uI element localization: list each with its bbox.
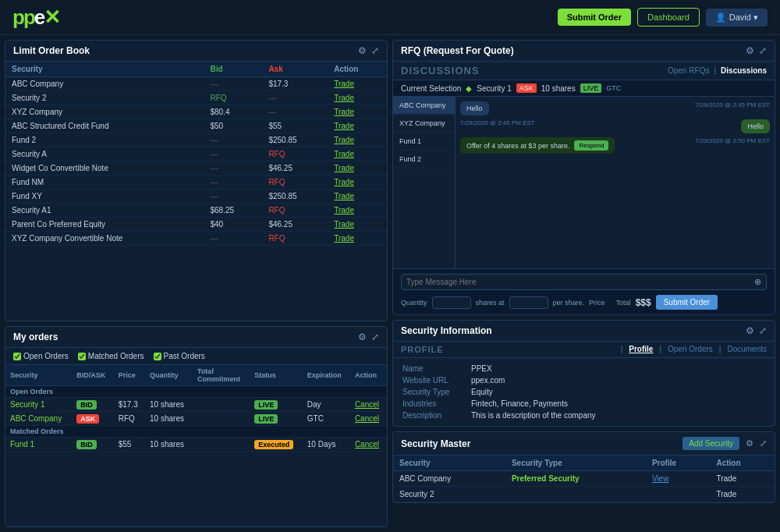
secmaster-settings-icon[interactable]: ⚙	[746, 438, 753, 449]
rfq-settings-icon[interactable]: ⚙	[746, 45, 754, 56]
user-menu-button[interactable]: 👤 David ▾	[706, 9, 768, 27]
orders-expand-icon[interactable]: ⤢	[371, 332, 379, 342]
lob-cell-action[interactable]: Trade	[328, 161, 387, 176]
rfq-contact-abc[interactable]: ABC Company	[393, 97, 455, 115]
rfq-tabs-bar: DISCUSSIONS Open RFQs | Discussions	[393, 62, 775, 80]
rfq-panel: RFQ (Request For Quote) ⚙ ⤢ DISCUSSIONS …	[392, 40, 775, 315]
rfq-quantity-input[interactable]	[432, 296, 471, 309]
orders-settings-icon[interactable]: ⚙	[358, 332, 367, 342]
secmaster-col-security: Security	[393, 456, 505, 471]
lob-cell-security: Security A1	[5, 204, 204, 218]
lob-cell-bid: $50	[204, 119, 262, 133]
cancel-link[interactable]: Cancel	[355, 414, 379, 423]
rfq-contact-xyz[interactable]: XYZ Company	[393, 115, 455, 133]
rfq-contact-fund2[interactable]: Fund 2	[393, 151, 455, 168]
past-orders-checkbox[interactable]	[154, 353, 161, 360]
lob-cell-action[interactable]: Trade	[328, 232, 387, 246]
settings-icon[interactable]: ⚙	[358, 45, 367, 56]
tab-documents[interactable]: Documents	[727, 345, 767, 354]
message-fund1: Offer of 4 shares at $3 per share. Respo…	[460, 137, 770, 154]
secmaster-profile[interactable]: View	[646, 471, 711, 487]
trade-link[interactable]: Trade	[334, 122, 354, 130]
rfq-message-input[interactable]	[406, 278, 751, 286]
bidask-badge: ASK	[76, 414, 99, 424]
order-bidask: ASK	[72, 412, 113, 426]
secmaster-expand-icon[interactable]: ⤢	[760, 438, 767, 449]
lob-cell-ask: —	[262, 91, 328, 105]
matched-cancel-link[interactable]: Cancel	[355, 440, 379, 449]
lob-cell-action[interactable]: Trade	[328, 91, 387, 105]
rfq-price-input[interactable]	[509, 296, 548, 309]
add-security-button[interactable]: Add Security	[682, 437, 739, 450]
order-price: RFQ	[114, 412, 145, 426]
rfq-messages-area: Hello 7/29/2020 @ 2:45 PM EST Hello 7/29…	[456, 97, 775, 268]
lob-cell-security: ABC Structured Credit Fund	[5, 119, 204, 133]
msg-bubble-abc: Hello	[460, 101, 489, 115]
trade-link[interactable]: Trade	[334, 164, 354, 172]
open-orders-section: Open Orders	[5, 386, 387, 398]
order-bidask: BID	[72, 398, 113, 412]
tab-discussions[interactable]: Discussions	[721, 66, 767, 75]
order-action[interactable]: Cancel	[350, 412, 387, 426]
submit-order-button[interactable]: Submit Order	[558, 9, 631, 26]
orders-panel-icons: ⚙ ⤢	[358, 332, 379, 342]
rfq-expand-icon[interactable]: ⤢	[759, 45, 767, 56]
send-icon[interactable]: ⊕	[754, 277, 761, 287]
lob-cell-action[interactable]: Trade	[328, 204, 387, 218]
lob-cell-action[interactable]: Trade	[328, 77, 387, 91]
secmaster-action[interactable]: Trade	[710, 487, 775, 502]
secmaster-trade-link[interactable]: Trade	[716, 474, 736, 483]
rfq-submit-order-button[interactable]: Submit Order	[656, 295, 718, 310]
trade-link[interactable]: Trade	[334, 192, 354, 200]
dashboard-button[interactable]: Dashboard	[637, 8, 700, 27]
trade-link[interactable]: Trade	[334, 178, 354, 186]
expand-icon[interactable]: ⤢	[371, 45, 379, 56]
order-action[interactable]: Cancel	[350, 398, 387, 412]
tab-open-rfqs[interactable]: Open RFQs	[668, 66, 709, 75]
trade-link[interactable]: Trade	[334, 220, 354, 229]
lob-cell-action[interactable]: Trade	[328, 133, 387, 147]
view-profile-link[interactable]: View	[652, 474, 669, 483]
tab-profile[interactable]: Profile	[629, 345, 653, 354]
orders-col-commitment: TotalCommitment	[193, 365, 250, 386]
secinfo-settings-icon[interactable]: ⚙	[746, 325, 754, 336]
matched-orders-checkbox[interactable]	[78, 353, 86, 360]
secmaster-profile[interactable]	[646, 487, 711, 502]
lob-cell-action[interactable]: Trade	[328, 119, 387, 133]
trade-link[interactable]: Trade	[334, 94, 354, 102]
trade-link[interactable]: Trade	[334, 108, 354, 116]
cancel-link[interactable]: Cancel	[355, 400, 379, 409]
orders-col-price: Price	[114, 365, 145, 386]
trade-link[interactable]: Trade	[334, 234, 354, 243]
filter-open-orders[interactable]: Open Orders	[13, 352, 69, 360]
secinfo-expand-icon[interactable]: ⤢	[759, 325, 767, 336]
right-column: RFQ (Request For Quote) ⚙ ⤢ DISCUSSIONS …	[392, 40, 775, 527]
lob-cell-bid: $68.25	[204, 204, 262, 218]
lob-panel-icons: ⚙ ⤢	[358, 45, 379, 56]
rfq-contact-fund1[interactable]: Fund 1	[393, 133, 455, 151]
msg-bubble-fund1: Offer of 4 shares at $3 per share. Respo…	[460, 137, 615, 154]
lob-cell-ask: $17.3	[262, 77, 328, 91]
lob-col-bid: Bid	[204, 62, 262, 77]
filter-matched-orders[interactable]: Matched Orders	[78, 352, 144, 360]
lob-cell-action[interactable]: Trade	[328, 176, 387, 190]
lob-cell-bid: —	[204, 147, 262, 161]
trade-link[interactable]: Trade	[334, 136, 354, 144]
order-security: Security 1	[5, 398, 72, 412]
trade-link[interactable]: Trade	[334, 206, 354, 215]
respond-button[interactable]: Respond	[574, 140, 608, 151]
tab-open-orders[interactable]: Open Orders	[668, 345, 713, 354]
lob-cell-action[interactable]: Trade	[328, 147, 387, 161]
lob-cell-action[interactable]: Trade	[328, 218, 387, 232]
matched-expiration: 10 Days	[303, 438, 350, 452]
filter-past-orders[interactable]: Past Orders	[154, 352, 205, 360]
matched-action[interactable]: Cancel	[350, 438, 387, 452]
open-orders-checkbox[interactable]	[13, 353, 21, 360]
secmaster-action[interactable]: Trade	[710, 471, 775, 487]
rfq-current-selection: Current Selection ◆ Security 1 ASK 10 sh…	[393, 80, 775, 97]
trade-link[interactable]: Trade	[334, 150, 354, 158]
lob-cell-action[interactable]: Trade	[328, 190, 387, 204]
secmaster-trade-link[interactable]: Trade	[716, 490, 736, 498]
trade-link[interactable]: Trade	[334, 80, 354, 88]
lob-cell-action[interactable]: Trade	[328, 105, 387, 119]
